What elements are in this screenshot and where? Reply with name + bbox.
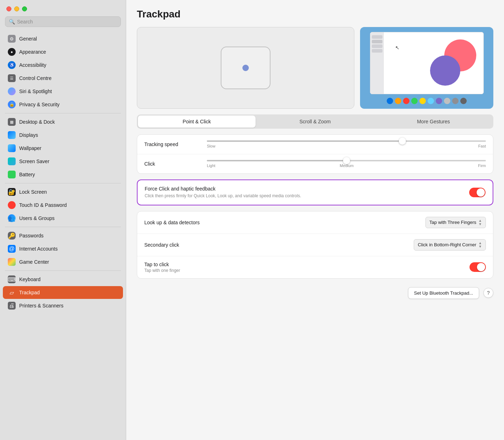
sidebar-item-internet-accounts[interactable]: @ Internet Accounts (3, 242, 123, 255)
anim-circles (430, 39, 476, 86)
tap-to-click-left: Tap to click Tap with one finger (144, 262, 180, 273)
sidebar-item-game-center[interactable]: Game Center (3, 256, 123, 268)
footer: Set Up Bluetooth Trackpad... ? (137, 284, 493, 302)
sidebar-item-desktop-dock[interactable]: ▦ Desktop & Dock (3, 116, 123, 128)
sidebar-item-users-groups[interactable]: 👥 Users & Groups (3, 212, 123, 225)
sidebar-item-label-printers: Printers & Scanners (19, 303, 64, 308)
secondary-click-arrows: ▲ ▼ (478, 241, 482, 248)
sidebar-item-label-battery: Battery (19, 172, 35, 177)
tabs-bar: Point & Click Scroll & Zoom More Gesture… (137, 114, 493, 129)
sidebar-item-passwords[interactable]: 🔑 Passwords (3, 229, 123, 242)
tab-point-click[interactable]: Point & Click (138, 116, 256, 128)
settings-panel: Tracking speed Slow Fast Click (137, 134, 493, 174)
anim-sidebar-item-3 (372, 44, 382, 48)
sidebar-item-touch-id[interactable]: Touch ID & Password (3, 199, 123, 211)
click-light-label: Light (207, 163, 215, 168)
tracking-speed-thumb[interactable] (399, 138, 406, 145)
printers-icon: 🖨 (8, 302, 16, 310)
tab-scroll-zoom[interactable]: Scroll & Zoom (256, 116, 374, 128)
page-title: Trackpad (137, 9, 493, 20)
tracking-fast-label: Fast (478, 144, 486, 148)
accessibility-icon: ♿ (8, 61, 16, 69)
minimize-button[interactable] (14, 6, 19, 11)
color-dot-darkgray (460, 98, 467, 104)
sidebar-item-printers-scanners[interactable]: 🖨 Printers & Scanners (3, 299, 123, 312)
sidebar-item-control-centre[interactable]: ☰ Control Centre (3, 72, 123, 85)
color-dot-purple (436, 98, 442, 104)
sidebar-item-label-privacy: Privacy & Security (19, 102, 60, 107)
sidebar-item-trackpad[interactable]: ▱ Trackpad (3, 286, 123, 299)
tracking-speed-fill (207, 140, 402, 142)
force-click-row: Force Click and haptic feedback Click th… (138, 180, 493, 205)
color-dots-row (387, 98, 467, 104)
color-dot-green (411, 98, 418, 104)
sidebar-item-wallpaper[interactable]: Wallpaper (3, 142, 123, 155)
trackpad-dot (242, 65, 249, 71)
displays-icon (8, 131, 16, 139)
touchid-icon (8, 201, 16, 209)
sidebar-item-privacy-security[interactable]: 🔒 Privacy & Security (3, 98, 123, 111)
secondary-click-dropdown[interactable]: Click in Bottom-Right Corner ▲ ▼ (414, 239, 486, 251)
maximize-button[interactable] (22, 6, 27, 11)
tracking-speed-track[interactable] (207, 140, 486, 142)
tap-to-click-row: Tap to click Tap with one finger (137, 256, 493, 278)
lookup-label: Look up & data detectors (144, 220, 200, 225)
tap-to-click-toggle[interactable] (470, 262, 486, 272)
sidebar-item-accessibility[interactable]: ♿ Accessibility (3, 59, 123, 71)
bluetooth-trackpad-button[interactable]: Set Up Bluetooth Trackpad... (408, 287, 479, 299)
search-box[interactable]: 🔍 Search (5, 16, 121, 27)
sidebar-item-siri-spotlight[interactable]: Siri & Spotlight (3, 85, 123, 98)
click-slider-container: Light Medium Firm (207, 160, 486, 168)
preview-area: ↖ (137, 27, 493, 109)
lookup-dropdown[interactable]: Tap with Three Fingers ▲ ▼ (425, 217, 486, 228)
control-centre-icon: ☰ (8, 74, 16, 82)
sidebar-item-keyboard[interactable]: ⌨ Keyboard (3, 273, 123, 286)
color-dot-orange (395, 98, 401, 104)
sidebar-item-battery[interactable]: Battery (3, 168, 123, 181)
tracking-speed-slider-container: Slow Fast (207, 140, 486, 148)
sidebar-item-label-siri: Siri & Spotlight (19, 88, 52, 94)
sidebar-item-general[interactable]: ⚙ General (3, 32, 123, 45)
force-click-description: Click then press firmly for Quick Look, … (145, 193, 315, 199)
force-click-title: Force Click and haptic feedback (145, 186, 469, 192)
tab-more-gestures[interactable]: More Gestures (375, 116, 492, 128)
animation-preview: ↖ (360, 27, 493, 109)
sidebar-item-displays[interactable]: Displays (3, 129, 123, 141)
sidebar-item-screen-saver[interactable]: Screen Saver (3, 155, 123, 168)
tracking-speed-labels: Slow Fast (207, 144, 486, 148)
trackpad-preview (137, 27, 354, 109)
close-button[interactable] (6, 6, 11, 11)
help-button[interactable]: ? (483, 288, 493, 298)
bottom-settings: Look up & data detectors Tap with Three … (137, 211, 493, 279)
sidebar-item-lock-screen[interactable]: 🔐 Lock Screen (3, 186, 123, 198)
divider-2 (5, 183, 121, 183)
lookup-left: Look up & data detectors (144, 220, 200, 225)
color-dot-gray (452, 98, 459, 104)
click-label: Click (144, 161, 201, 167)
sidebar-item-label-screensaver: Screen Saver (19, 159, 49, 164)
tap-to-click-toggle-thumb (477, 263, 485, 271)
battery-icon (8, 171, 16, 178)
privacy-icon: 🔒 (8, 101, 16, 108)
divider-4 (5, 270, 121, 271)
sidebar-item-label-general: General (19, 36, 37, 42)
color-dot-blue (387, 98, 393, 104)
sidebar-item-label-internet: Internet Accounts (19, 246, 58, 252)
color-dot-yellow (419, 98, 426, 104)
sidebar-item-label-appearance: Appearance (19, 49, 46, 55)
click-thumb[interactable] (343, 157, 350, 164)
sidebar-item-label-trackpad: Trackpad (19, 290, 40, 295)
anim-circle-purple (430, 55, 460, 86)
anim-sidebar (370, 32, 384, 94)
divider-1 (5, 113, 121, 113)
click-fill (207, 160, 347, 161)
sidebar-item-appearance[interactable]: ● Appearance (3, 45, 123, 58)
click-track[interactable] (207, 160, 486, 161)
tap-to-click-sub: Tap with one finger (144, 268, 180, 273)
force-click-toggle[interactable] (469, 188, 486, 197)
lookup-row: Look up & data detectors Tap with Three … (137, 211, 493, 234)
traffic-lights (0, 0, 126, 16)
anim-sidebar-item-1 (372, 35, 382, 39)
lockscreen-icon: 🔐 (8, 188, 16, 196)
keyboard-icon: ⌨ (8, 275, 16, 283)
